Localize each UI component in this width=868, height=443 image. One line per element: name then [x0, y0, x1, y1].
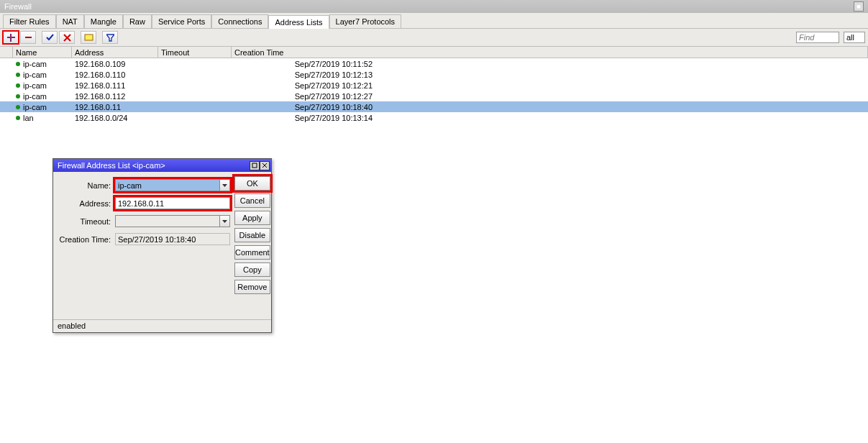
row-indicator [0, 58, 13, 69]
remove-button[interactable]: Remove [234, 280, 270, 294]
row-ctime: Sep/27/2019 10:11:52 [232, 58, 375, 69]
tab-address-lists[interactable]: Address Lists [268, 15, 329, 29]
ok-button[interactable]: OK [234, 176, 270, 191]
table-row[interactable]: ip-cam192.168.0.110Sep/27/2019 10:12:13 [0, 69, 868, 80]
table-row[interactable]: ip-cam192.168.0.109Sep/27/2019 10:11:52 [0, 58, 868, 69]
chevron-down-icon [222, 184, 227, 187]
dialog-minimize-button[interactable] [250, 161, 260, 170]
row-indicator [0, 101, 13, 112]
row-timeout [158, 101, 232, 112]
row-timeout [158, 69, 232, 80]
status-dot-icon [16, 73, 20, 77]
row-address: 192.168.0.110 [72, 69, 158, 80]
toolbar [0, 29, 868, 47]
col-name[interactable]: Name [13, 47, 72, 58]
cancel-button[interactable]: Cancel [234, 193, 270, 208]
status-dot-icon [16, 62, 20, 66]
plus-icon [7, 34, 15, 42]
dialog-titlebar[interactable]: Firewall Address List <ip-cam> [53, 159, 271, 172]
row-ctime: Sep/27/2019 10:12:13 [232, 69, 375, 80]
window-misc-button[interactable]: ■ [854, 1, 864, 12]
dialog-close-button[interactable] [260, 161, 270, 170]
timeout-label: Timeout: [58, 217, 112, 226]
enable-button[interactable] [42, 31, 58, 44]
status-dot-icon [16, 116, 20, 120]
row-name: ip-cam [13, 58, 72, 69]
row-timeout [158, 91, 232, 101]
col-address[interactable]: Address [72, 47, 158, 58]
row-ctime: Sep/27/2019 10:12:21 [232, 80, 375, 91]
table-body: ip-cam192.168.0.109Sep/27/2019 10:11:52i… [0, 58, 868, 123]
status-dot-icon [16, 105, 20, 109]
chevron-down-icon [222, 220, 227, 223]
remove-button[interactable] [20, 31, 36, 44]
address-list-table: Name Address Timeout Creation Time ip-ca… [0, 47, 868, 123]
row-address: 192.168.0.109 [72, 58, 158, 69]
tab-raw[interactable]: Raw [123, 14, 152, 28]
address-field[interactable] [115, 197, 230, 209]
filter-scope-select[interactable] [844, 32, 865, 43]
comment-button[interactable] [81, 31, 96, 44]
timeout-dropdown-button[interactable] [220, 215, 230, 227]
row-name: ip-cam [13, 101, 72, 112]
find-input[interactable] [796, 32, 839, 43]
add-button[interactable] [3, 31, 19, 44]
firewall-tabs: Filter Rules NAT Mangle Raw Service Port… [0, 13, 868, 29]
table-row[interactable]: ip-cam192.168.0.11Sep/27/2019 10:18:40 [0, 101, 868, 112]
svg-rect-0 [85, 35, 93, 40]
address-label: Address: [58, 199, 112, 208]
dialog-status: enabled [53, 319, 271, 332]
table-row[interactable]: ip-cam192.168.0.111Sep/27/2019 10:12:21 [0, 80, 868, 91]
check-icon [46, 34, 54, 42]
row-name: lan [13, 112, 72, 123]
name-field[interactable] [115, 179, 220, 191]
col-timeout[interactable]: Timeout [158, 47, 232, 58]
row-address: 192.168.0.111 [72, 80, 158, 91]
row-ctime: Sep/27/2019 10:13:14 [232, 112, 375, 123]
address-list-dialog: Firewall Address List <ip-cam> Name: [52, 158, 272, 333]
row-name: ip-cam [13, 69, 72, 80]
name-label: Name: [58, 181, 112, 190]
row-address: 192.168.0.11 [72, 101, 158, 112]
col-indicator[interactable] [0, 47, 13, 58]
svg-rect-1 [252, 163, 257, 168]
tab-mangle[interactable]: Mangle [84, 14, 123, 28]
disable-button[interactable]: Disable [234, 228, 270, 242]
funnel-icon [106, 34, 114, 42]
row-indicator [0, 112, 13, 123]
note-icon [84, 34, 93, 41]
table-row[interactable]: lan192.168.0.0/24Sep/27/2019 10:13:14 [0, 112, 868, 123]
name-dropdown-button[interactable] [220, 179, 230, 191]
table-header: Name Address Timeout Creation Time [0, 47, 868, 58]
tab-layer7[interactable]: Layer7 Protocols [329, 14, 402, 28]
tab-service-ports[interactable]: Service Ports [152, 14, 211, 28]
tab-connections[interactable]: Connections [211, 14, 268, 28]
tab-filter-rules[interactable]: Filter Rules [3, 14, 56, 28]
row-address: 192.168.0.0/24 [72, 112, 158, 123]
table-row[interactable]: ip-cam192.168.0.112Sep/27/2019 10:12:27 [0, 91, 868, 101]
tab-nat[interactable]: NAT [56, 14, 84, 28]
row-name: ip-cam [13, 80, 72, 91]
window-title: Firewall [4, 2, 32, 11]
status-dot-icon [16, 94, 20, 99]
comment-button[interactable]: Comment [234, 245, 270, 260]
apply-button[interactable]: Apply [234, 211, 270, 225]
col-creation-time[interactable]: Creation Time [232, 47, 868, 58]
row-ctime: Sep/27/2019 10:12:27 [232, 91, 375, 101]
dialog-form: Name: Address: Timeout: [58, 176, 230, 315]
row-indicator [0, 80, 13, 91]
filter-button[interactable] [102, 31, 118, 44]
ctime-label: Creation Time: [58, 235, 112, 244]
row-address: 192.168.0.112 [72, 91, 158, 101]
minimize-icon [252, 163, 257, 168]
row-timeout [158, 80, 232, 91]
close-icon [262, 163, 268, 168]
timeout-field[interactable] [115, 215, 220, 227]
disable-button[interactable] [59, 31, 75, 44]
row-name: ip-cam [13, 91, 72, 101]
row-timeout [158, 112, 232, 123]
copy-button[interactable]: Copy [234, 262, 270, 277]
dialog-buttons: OK Cancel Apply Disable Comment Copy Rem… [234, 176, 270, 315]
window-titlebar: Firewall ■ [0, 0, 868, 13]
row-indicator [0, 69, 13, 80]
